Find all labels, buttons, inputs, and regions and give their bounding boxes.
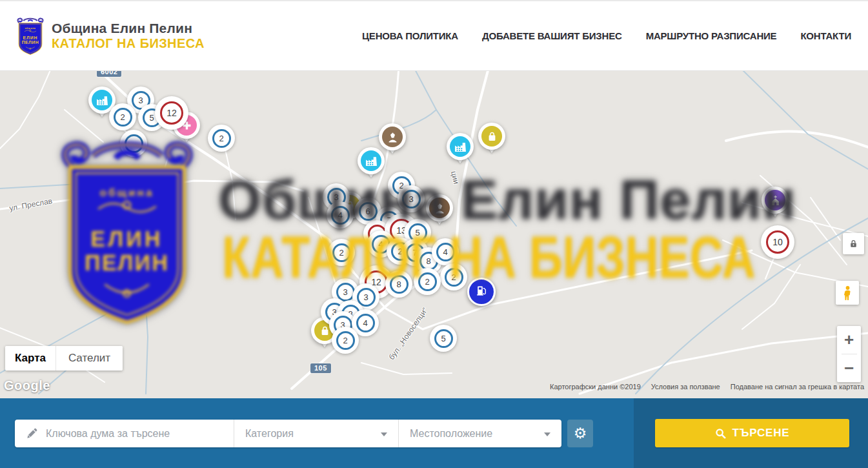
map-type-map-button[interactable]: Карта	[5, 346, 56, 371]
main-nav: ЦЕНОВА ПОЛИТИКА ДОБАВЕТЕ ВАШИЯТ БИЗНЕС М…	[362, 30, 853, 41]
chevron-down-icon	[381, 432, 387, 436]
site-subtitle: КАТАЛОГ НА БИЗНЕСА	[52, 36, 205, 51]
lock-icon	[849, 239, 858, 249]
nav-pricing-policy[interactable]: ЦЕНОВА ПОЛИТИКА	[362, 30, 458, 41]
attribution-copyright: Картографски данни ©2019	[550, 383, 641, 391]
report-map-error-link[interactable]: Подаване на сигнал за грешка в картата	[731, 383, 864, 391]
pegman-button[interactable]	[836, 281, 859, 305]
gear-icon: ⚙	[574, 426, 587, 441]
advanced-search-button[interactable]: ⚙	[567, 420, 593, 447]
search-button-label: ТЪРСЕНЕ	[732, 427, 790, 440]
map-type-control: Карта Сателит	[5, 346, 123, 371]
search-button[interactable]: ТЪРСЕНЕ	[655, 419, 849, 447]
bag-icon	[481, 126, 502, 147]
map-cluster[interactable]: 2	[208, 125, 235, 152]
zoom-out-button[interactable]: −	[837, 354, 861, 382]
worker-pin[interactable]	[426, 194, 453, 230]
category-select-value: Категория	[245, 428, 294, 440]
site-header: община ЕЛИН ПЕЛИН Община Елин Пелин КАТА…	[0, 0, 868, 71]
map-cluster[interactable]: 12	[155, 96, 188, 130]
nav-contacts[interactable]: КОНТАКТИ	[800, 30, 851, 41]
chevron-down-icon	[544, 432, 550, 436]
map-canvas[interactable]: 6002105ул. Преславбул. „Новоселци“ции 32…	[0, 71, 868, 398]
map-cluster[interactable]: 2	[332, 327, 359, 354]
terms-of-use-link[interactable]: Условия за ползване	[651, 383, 720, 391]
location-select[interactable]: Местоположение	[398, 420, 561, 447]
site-brand[interactable]: община ЕЛИН ПЕЛИН Община Елин Пелин КАТА…	[15, 17, 205, 56]
map-cluster[interactable]: 2	[328, 239, 355, 266]
map-cluster[interactable]: 2	[440, 263, 467, 290]
keyword-search-input[interactable]	[46, 428, 234, 440]
factory-icon	[450, 136, 470, 157]
bag-pin[interactable]	[478, 123, 505, 159]
map-attribution: Картографски данни ©2019 Условия за полз…	[550, 383, 864, 391]
category-select[interactable]: Категория	[234, 420, 398, 447]
map-cluster[interactable]: 2	[109, 103, 136, 130]
map-cluster[interactable]: 8	[385, 270, 412, 298]
lock-button[interactable]	[843, 233, 864, 254]
fuel-pin[interactable]	[467, 278, 496, 306]
map-type-satellite-button[interactable]: Сателит	[56, 346, 123, 371]
map-cluster[interactable]: 5	[430, 325, 457, 352]
pegman-icon	[842, 285, 853, 301]
fuel-icon	[476, 285, 487, 299]
nav-route-schedule[interactable]: МАРШРУТНО РАЗПИСАНИЕ	[646, 30, 777, 41]
search-bar: Категория Местоположение ⚙ ТЪРСЕНЕ	[0, 398, 868, 468]
map-cluster[interactable]: 3	[398, 185, 425, 212]
zoom-control: + −	[837, 326, 861, 382]
site-title: Община Елин Пелин	[52, 21, 205, 36]
factory-pin[interactable]	[358, 147, 385, 183]
search-icon	[715, 428, 726, 439]
map-cluster[interactable]	[120, 130, 147, 157]
pencil-icon	[26, 427, 38, 440]
zoom-in-button[interactable]: +	[837, 326, 861, 354]
church-icon	[765, 190, 785, 210]
keyword-field-section	[15, 420, 234, 447]
factory-pin[interactable]	[447, 133, 474, 169]
factory-icon	[92, 90, 112, 110]
worker-icon	[429, 198, 450, 218]
church-pin[interactable]	[762, 187, 789, 223]
map-cluster[interactable]: 10	[761, 225, 794, 259]
location-select-value: Местоположение	[410, 428, 492, 440]
google-logo[interactable]: Google	[4, 378, 50, 393]
worker-icon	[382, 127, 403, 147]
nav-add-your-business[interactable]: ДОБАВЕТЕ ВАШИЯТ БИЗНЕС	[482, 30, 622, 41]
map-cluster[interactable]: 4	[432, 238, 459, 265]
map-markers: 325122233647135422784221283338342510	[0, 71, 868, 398]
map-cluster[interactable]: 4	[327, 201, 354, 229]
map-cluster[interactable]: 2	[414, 268, 441, 295]
search-input-group: Категория Местоположение	[15, 420, 561, 447]
municipality-logo: община ЕЛИН ПЕЛИН	[15, 17, 45, 56]
factory-icon	[361, 150, 381, 171]
